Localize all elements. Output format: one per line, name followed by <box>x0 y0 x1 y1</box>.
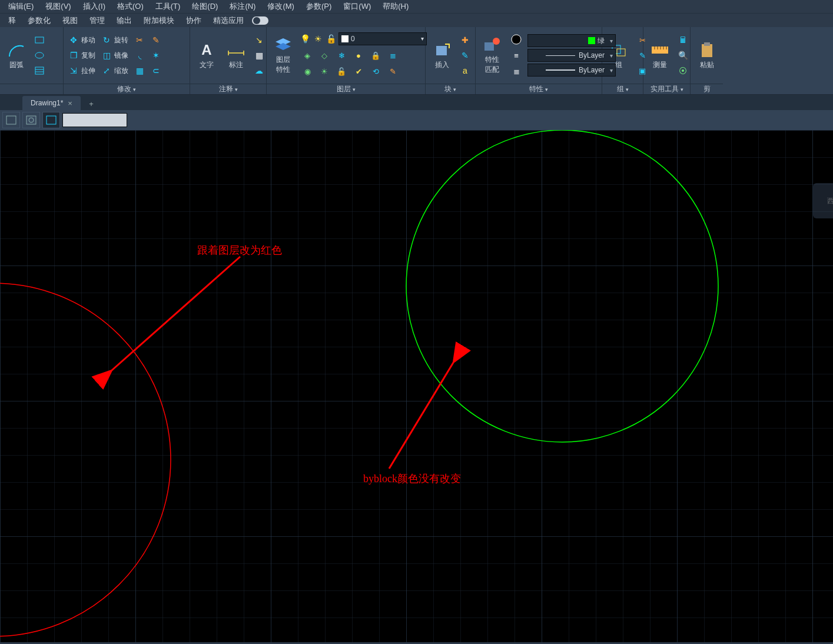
arc-button[interactable]: 圆弧 <box>4 39 29 72</box>
chevron-down-icon[interactable]: ▾ <box>545 87 548 92</box>
layer-match-button[interactable]: ≣ <box>385 49 400 63</box>
panel-annotate: A 文字 标注 ↘ ▦ ☁ 注释▾ <box>190 27 267 94</box>
rect-button[interactable] <box>33 34 46 47</box>
linetype-dropdown[interactable]: ByLayer <box>527 49 616 62</box>
dimension-button[interactable]: 标注 <box>223 39 249 72</box>
menu-param[interactable]: 参数(P) <box>300 0 337 13</box>
document-tab-name: Drawing1* <box>31 99 63 107</box>
sun-icon[interactable]: ☀ <box>313 34 323 44</box>
menu-tools[interactable]: 工具(T) <box>150 0 187 13</box>
model-space-button[interactable] <box>2 112 20 128</box>
panel-utilities-title: 实用工具 <box>651 84 679 94</box>
insert-block-button[interactable]: 插入 <box>429 39 455 72</box>
layer-properties-button[interactable]: 图层 特性 <box>270 34 296 77</box>
block-insert-icon <box>434 42 450 58</box>
tab-collab[interactable]: 协作 <box>180 14 207 27</box>
array-button[interactable]: ▦ <box>133 64 146 77</box>
scale-button[interactable]: ⤢缩放 <box>100 64 130 77</box>
leader-button[interactable]: ↘ <box>253 34 266 47</box>
menu-modify[interactable]: 修改(M) <box>261 0 300 13</box>
layer-make-current-button[interactable]: ✔ <box>351 65 366 79</box>
quickselect-button[interactable]: 🔍 <box>676 49 689 62</box>
bulb-on-icon[interactable]: 💡 <box>300 34 310 44</box>
layer-uniso-button[interactable]: ◇ <box>317 49 332 63</box>
layer-lock-button[interactable]: 🔒 <box>368 49 383 63</box>
layer-prev-button[interactable]: ⟲ <box>368 65 383 79</box>
cloud-button[interactable]: ☁ <box>253 64 266 77</box>
paste-button[interactable]: 粘贴 <box>694 39 720 72</box>
layer-thaw-button[interactable]: ☀ <box>317 65 332 79</box>
drawing-canvas[interactable]: 跟着图层改为红色 byblock颜色没有改变 西 <box>0 130 833 642</box>
match-properties-button[interactable]: 特性 匹配 <box>479 34 505 77</box>
chevron-down-icon[interactable]: ▾ <box>235 87 238 92</box>
svg-rect-16 <box>47 116 56 124</box>
tab-addins[interactable]: 附加模块 <box>138 14 180 27</box>
stretch-button[interactable]: ⇲拉伸 <box>67 64 97 77</box>
edit-block-button[interactable]: ✎ <box>459 49 472 62</box>
attribute-button[interactable]: a <box>459 64 472 77</box>
menu-view[interactable]: 视图(V) <box>39 0 77 13</box>
document-tab-bar: Drawing1* × + <box>0 95 833 110</box>
layer-off-button[interactable]: ● <box>351 49 366 63</box>
svg-rect-11 <box>702 44 712 57</box>
tab-output[interactable]: 输出 <box>111 14 138 27</box>
tab-view[interactable]: 视图 <box>57 14 84 27</box>
lineweight-dropdown[interactable]: ByLayer <box>527 64 616 77</box>
close-tab-icon[interactable]: × <box>68 99 72 108</box>
tab-featured[interactable]: 精选应用 <box>207 14 250 27</box>
menu-dim[interactable]: 标注(N) <box>224 0 261 13</box>
menu-help[interactable]: 帮助(H) <box>377 0 414 13</box>
move-button[interactable]: ✥移动 <box>67 34 97 47</box>
tab-manage[interactable]: 管理 <box>84 14 111 27</box>
mirror-button[interactable]: ◫镜像 <box>100 49 130 62</box>
explode-button[interactable]: ✶ <box>150 49 162 62</box>
layer-on-button[interactable]: ◉ <box>300 65 315 79</box>
layer-unlock-button[interactable]: 🔓 <box>334 65 349 79</box>
current-layer-dropdown[interactable]: 0 ▾ <box>338 32 427 45</box>
menu-window[interactable]: 窗口(W) <box>337 0 377 13</box>
copy-button[interactable]: ❐复制 <box>67 49 97 62</box>
new-tab-button[interactable]: + <box>84 97 98 110</box>
menu-insert[interactable]: 插入(I) <box>77 0 111 13</box>
lineweight-list-button[interactable]: ≣ <box>509 64 524 78</box>
linetype-list-button[interactable]: ≡ <box>509 48 524 62</box>
chevron-down-icon[interactable]: ▾ <box>353 87 356 92</box>
color-picker-button[interactable] <box>509 32 524 47</box>
color-dropdown[interactable]: 绿 <box>527 34 616 47</box>
measure-button[interactable]: 测量 <box>647 39 673 72</box>
tab-parametric[interactable]: 参数化 <box>22 14 57 27</box>
menu-edit[interactable]: 编辑(E) <box>2 0 39 13</box>
tab-annotate[interactable]: 释 <box>2 14 22 27</box>
panel-properties: 特性 匹配 ≡ ≣ 绿 ByLayer ByLayer 特性▾ <box>476 27 602 94</box>
menu-draw[interactable]: 绘图(D) <box>186 0 224 13</box>
erase-button[interactable]: ✎ <box>150 34 162 47</box>
ellipse-button[interactable] <box>33 49 46 62</box>
fillet-button[interactable]: ◟ <box>133 49 146 62</box>
lock-open-icon[interactable]: 🔓 <box>326 34 336 44</box>
layout-preview-button[interactable] <box>22 112 40 128</box>
layer-freeze-button[interactable]: ❄ <box>334 49 349 63</box>
create-block-button[interactable]: ✚ <box>459 34 472 47</box>
svg-rect-2 <box>35 67 44 74</box>
ribbon-expand-toggle[interactable] <box>252 16 268 25</box>
layer-iso-button[interactable]: ◈ <box>300 49 315 63</box>
menu-format[interactable]: 格式(O) <box>111 0 150 13</box>
chevron-down-icon[interactable]: ▾ <box>133 87 136 92</box>
trim-button[interactable]: ✂ <box>133 34 146 47</box>
chevron-down-icon[interactable]: ▾ <box>453 87 456 92</box>
table-button[interactable]: ▦ <box>253 49 266 62</box>
layer-change-button[interactable]: ✎ <box>385 65 400 79</box>
calc-button[interactable]: 🖩 <box>676 34 689 47</box>
rotate-button[interactable]: ↻旋转 <box>100 34 130 47</box>
clipboard-icon <box>699 42 715 58</box>
command-input[interactable] <box>62 113 127 127</box>
offset-button[interactable]: ⊂ <box>150 64 162 77</box>
viewport-button[interactable] <box>42 112 60 128</box>
view-cube[interactable]: 西 <box>813 183 833 218</box>
document-tab[interactable]: Drawing1* × <box>22 96 81 110</box>
chevron-down-icon[interactable]: ▾ <box>626 87 629 92</box>
hatch-button[interactable] <box>33 64 46 77</box>
text-button[interactable]: A 文字 <box>194 39 220 72</box>
id-point-button[interactable]: ⦿ <box>676 64 689 77</box>
chevron-down-icon[interactable]: ▾ <box>681 87 683 92</box>
